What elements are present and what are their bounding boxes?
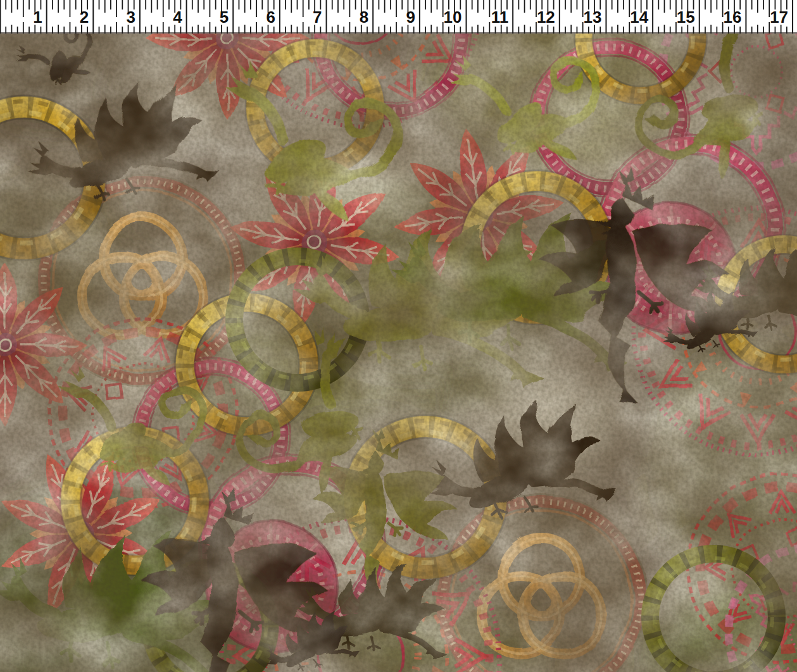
- ruler-number: 11: [491, 8, 509, 27]
- ruler-number: 14: [630, 8, 648, 27]
- ruler-number: 17: [770, 8, 788, 27]
- ruler-number: 6: [266, 8, 275, 27]
- ruler-number: 16: [723, 8, 741, 27]
- fabric-swatch-image: 1234567891011121314151617: [0, 0, 797, 672]
- texture-grain: [0, 34, 797, 672]
- fabric-pattern: [0, 34, 797, 672]
- ruler-number: 3: [126, 8, 135, 27]
- ruler: 1234567891011121314151617: [0, 0, 797, 34]
- ruler-number: 13: [584, 8, 602, 27]
- ruler-number: 12: [537, 8, 555, 27]
- ruler-number: 4: [173, 8, 182, 27]
- ruler-number: 10: [444, 8, 462, 27]
- ruler-number: 7: [313, 8, 322, 27]
- ruler-number: 1: [33, 8, 42, 27]
- ruler-marks: 1234567891011121314151617: [0, 0, 797, 34]
- ruler-number: 15: [677, 8, 695, 27]
- ruler-number: 2: [80, 8, 89, 27]
- ruler-number: 5: [220, 8, 229, 27]
- ruler-number: 9: [406, 8, 415, 27]
- fabric-print: [0, 34, 797, 672]
- ruler-number: 8: [360, 8, 368, 27]
